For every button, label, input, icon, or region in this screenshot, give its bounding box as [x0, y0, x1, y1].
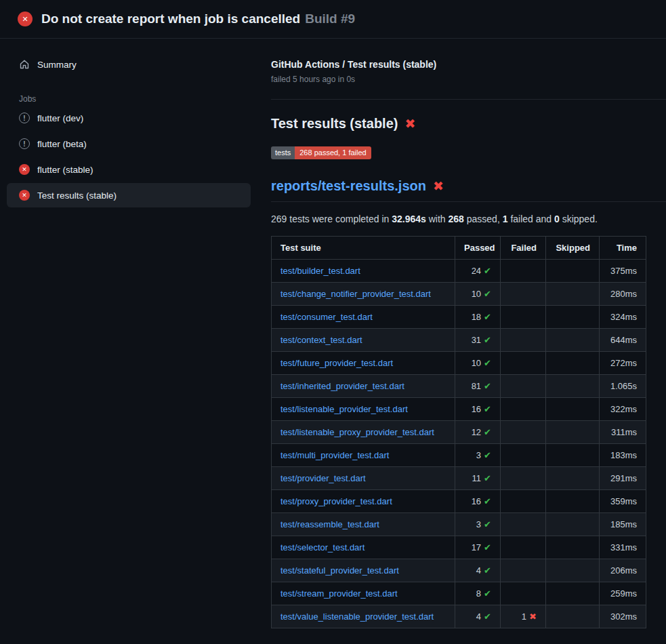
- skipped-cell: [546, 421, 600, 444]
- sidebar-job-test-results-stable[interactable]: ✕Test results (stable): [7, 183, 251, 207]
- suite-cell: test/change_notifier_provider_test.dart: [272, 283, 455, 306]
- sidebar-job-flutter-dev[interactable]: !flutter (dev): [7, 106, 251, 130]
- failed-cross-icon: ✖: [433, 180, 444, 193]
- check-icon: ✔: [484, 565, 491, 576]
- report-title-link[interactable]: reports/test-results.json: [271, 178, 426, 194]
- passed-cell: 11✔: [455, 467, 501, 490]
- passed-cell: 81✔: [455, 375, 501, 398]
- passed-cell: 31✔: [455, 329, 501, 352]
- job-label: flutter (stable): [37, 165, 93, 175]
- time-cell: 302ms: [600, 605, 646, 628]
- check-icon: ✔: [484, 588, 491, 599]
- test-suite-link[interactable]: test/provider_test.dart: [280, 473, 366, 483]
- failed-cell: [501, 444, 546, 467]
- table-row: test/builder_test.dart24✔375ms: [272, 260, 646, 283]
- table-row: test/stateful_provider_test.dart4✔206ms: [272, 559, 646, 582]
- check-icon: ✔: [484, 473, 491, 483]
- skipped-cell: [546, 559, 600, 582]
- summary-segment: 32.964s: [392, 214, 426, 224]
- failed-cell: [501, 329, 546, 352]
- jobs-list: !flutter (dev)!flutter (beta)✕flutter (s…: [0, 106, 257, 207]
- passed-cell: 3✔: [455, 444, 501, 467]
- summary-segment: skipped.: [560, 214, 598, 224]
- test-suite-link[interactable]: test/context_test.dart: [280, 335, 362, 345]
- time-cell: 322ms: [600, 398, 646, 421]
- test-suite-link[interactable]: test/reassemble_test.dart: [280, 519, 379, 529]
- time-cell: 291ms: [600, 467, 646, 490]
- table-row: test/value_listenable_provider_test.dart…: [272, 605, 646, 628]
- test-suite-link[interactable]: test/proxy_provider_test.dart: [280, 496, 392, 506]
- time-cell: 311ms: [600, 421, 646, 444]
- check-icon: ✔: [484, 542, 491, 552]
- table-row: test/future_provider_test.dart10✔272ms: [272, 352, 646, 375]
- time-cell: 331ms: [600, 536, 646, 559]
- test-suite-link[interactable]: test/multi_provider_test.dart: [280, 450, 389, 460]
- test-suite-link[interactable]: test/change_notifier_provider_test.dart: [280, 289, 431, 299]
- failed-cell: [501, 306, 546, 329]
- test-suite-link[interactable]: test/selector_test.dart: [280, 542, 365, 552]
- section-title: Test results (stable): [271, 116, 398, 132]
- table-row: test/change_notifier_provider_test.dart1…: [272, 283, 646, 306]
- failed-cell: [501, 375, 546, 398]
- passed-count: 3: [476, 519, 481, 529]
- check-icon: ✔: [484, 266, 491, 276]
- failed-cell: [501, 467, 546, 490]
- table-row: test/consumer_test.dart18✔324ms: [272, 306, 646, 329]
- report-heading-row: reports/test-results.json ✖: [271, 178, 666, 202]
- failed-cell: [501, 536, 546, 559]
- time-cell: 324ms: [600, 306, 646, 329]
- suite-cell: test/reassemble_test.dart: [272, 513, 455, 536]
- check-icon: ✔: [484, 381, 491, 391]
- cancelled-status-icon: !: [19, 138, 30, 149]
- suite-cell: test/listenable_provider_test.dart: [272, 398, 455, 421]
- results-summary: 269 tests were completed in 32.964s with…: [271, 214, 666, 224]
- time-cell: 183ms: [600, 444, 646, 467]
- check-icon: ✔: [484, 312, 491, 322]
- run-meta: failed 5 hours ago in 0s: [271, 75, 666, 84]
- test-suite-link[interactable]: test/future_provider_test.dart: [280, 358, 393, 368]
- suite-cell: test/selector_test.dart: [272, 536, 455, 559]
- sidebar-summary-label: Summary: [37, 60, 77, 70]
- passed-cell: 16✔: [455, 398, 501, 421]
- sidebar: Summary Jobs !flutter (dev)!flutter (bet…: [0, 39, 257, 628]
- test-suite-link[interactable]: test/stateful_provider_test.dart: [280, 565, 399, 576]
- failed-cell: [501, 398, 546, 421]
- table-row: test/proxy_provider_test.dart16✔359ms: [272, 490, 646, 513]
- table-row: test/reassemble_test.dart3✔185ms: [272, 513, 646, 536]
- failed-status-icon: ✕: [19, 164, 30, 175]
- passed-cell: 10✔: [455, 352, 501, 375]
- column-header: Time: [600, 237, 646, 260]
- sidebar-job-flutter-beta[interactable]: !flutter (beta): [7, 132, 251, 156]
- suite-cell: test/stream_provider_test.dart: [272, 582, 455, 605]
- passed-count: 4: [476, 611, 481, 622]
- failed-cell: [501, 283, 546, 306]
- skipped-cell: [546, 283, 600, 306]
- job-label: Test results (stable): [37, 190, 117, 201]
- sidebar-item-summary[interactable]: Summary: [7, 54, 251, 75]
- test-suite-link[interactable]: test/stream_provider_test.dart: [280, 588, 398, 599]
- column-header: Test suite: [272, 237, 455, 260]
- failed-cross-icon: ✖: [404, 117, 415, 130]
- test-suite-link[interactable]: test/inherited_provider_test.dart: [280, 381, 404, 391]
- passed-count: 12: [472, 427, 481, 437]
- suite-cell: test/value_listenable_provider_test.dart: [272, 605, 455, 628]
- table-row: test/inherited_provider_test.dart81✔1.06…: [272, 375, 646, 398]
- summary-segment: 269 tests were completed in: [271, 214, 392, 224]
- suite-cell: test/proxy_provider_test.dart: [272, 490, 455, 513]
- suite-cell: test/multi_provider_test.dart: [272, 444, 455, 467]
- failed-cell: [501, 260, 546, 283]
- failed-status-icon: ✕: [19, 190, 30, 201]
- table-row: test/provider_test.dart11✔291ms: [272, 467, 646, 490]
- column-header: Failed: [501, 237, 546, 260]
- suite-cell: test/provider_test.dart: [272, 467, 455, 490]
- test-suite-link[interactable]: test/listenable_proxy_provider_test.dart: [280, 427, 434, 437]
- test-suite-link[interactable]: test/consumer_test.dart: [280, 312, 373, 322]
- suite-cell: test/builder_test.dart: [272, 260, 455, 283]
- passed-cell: 18✔: [455, 306, 501, 329]
- check-icon: ✔: [484, 450, 491, 460]
- test-suite-link[interactable]: test/listenable_provider_test.dart: [280, 404, 408, 414]
- failed-cell: [501, 421, 546, 444]
- test-suite-link[interactable]: test/value_listenable_provider_test.dart: [280, 611, 434, 622]
- sidebar-job-flutter-stable[interactable]: ✕flutter (stable): [7, 157, 251, 182]
- test-suite-link[interactable]: test/builder_test.dart: [280, 266, 360, 276]
